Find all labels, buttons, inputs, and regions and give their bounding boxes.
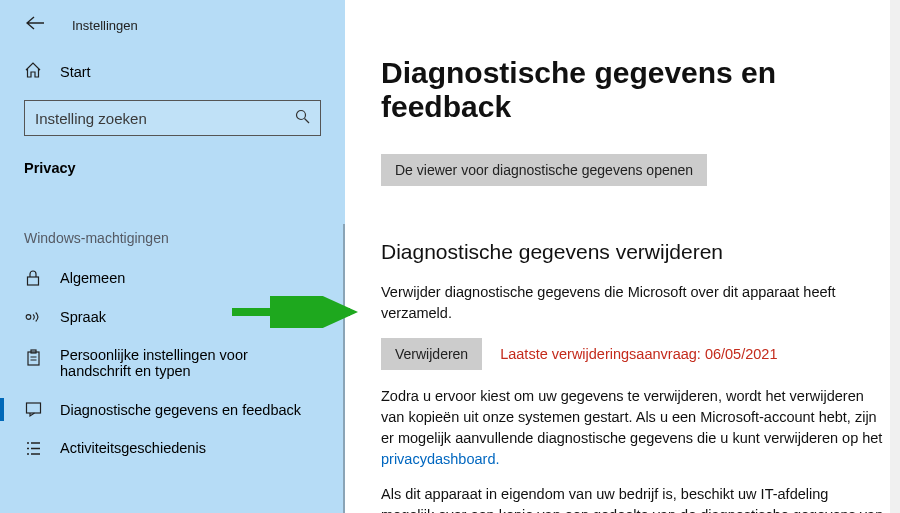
privacy-dashboard-link[interactable]: privacydashboard. [381, 451, 500, 467]
section-subheader: Windows-machtigingen [0, 194, 345, 258]
sidebar-item-speech[interactable]: Spraak [0, 298, 345, 336]
sidebar-item-diagnostics[interactable]: Diagnostische gegevens en feedback [0, 390, 345, 429]
svg-rect-3 [28, 352, 39, 365]
search-input[interactable] [24, 100, 321, 136]
svg-rect-5 [26, 403, 40, 413]
scrollbar[interactable] [890, 0, 900, 513]
timeline-icon [24, 441, 42, 456]
app-title: Instellingen [72, 18, 138, 33]
sidebar-item-inking[interactable]: Persoonlijke instellingen voor handschri… [0, 336, 345, 390]
back-button[interactable] [26, 16, 44, 34]
sidebar-item-activity[interactable]: Activiteitsgeschiedenis [0, 429, 345, 467]
delete-button[interactable]: Verwijderen [381, 338, 482, 370]
svg-rect-1 [28, 277, 39, 285]
search-field[interactable] [35, 110, 295, 127]
svg-point-2 [26, 315, 31, 320]
sidebar-item-label: Diagnostische gegevens en feedback [60, 402, 301, 418]
clipboard-icon [24, 349, 42, 367]
feedback-icon [24, 401, 42, 418]
lock-icon [24, 269, 42, 287]
sidebar-item-general[interactable]: Algemeen [0, 258, 345, 298]
sidebar-item-label: Spraak [60, 309, 106, 325]
section-title: Diagnostische gegevens verwijderen [381, 240, 884, 264]
content-pane: Diagnostische gegevens en feedback De vi… [345, 0, 900, 513]
sidebar: Instellingen Start Privacy Windows-macht… [0, 0, 345, 513]
intro-text: Verwijder diagnostische gegevens die Mic… [381, 282, 884, 324]
svg-point-0 [297, 111, 306, 120]
page-title: Diagnostische gegevens en feedback [381, 56, 884, 124]
speech-icon [24, 309, 42, 325]
body-paragraph-1: Zodra u ervoor kiest om uw gegevens te v… [381, 386, 884, 470]
sidebar-item-label: Persoonlijke instellingen voor handschri… [60, 347, 320, 379]
open-viewer-button[interactable]: De viewer voor diagnostische gegevens op… [381, 154, 707, 186]
sidebar-item-label: Algemeen [60, 270, 125, 286]
home-label: Start [60, 64, 91, 80]
search-icon [295, 109, 310, 127]
home-icon [24, 62, 42, 82]
home-link[interactable]: Start [0, 52, 345, 96]
category-label: Privacy [0, 150, 345, 194]
sidebar-item-label: Activiteitsgeschiedenis [60, 440, 206, 456]
last-request-text: Laatste verwijderingsaanvraag: 06/05/202… [500, 346, 777, 362]
body-paragraph-2: Als dit apparaat in eigendom van uw bedr… [381, 484, 884, 513]
